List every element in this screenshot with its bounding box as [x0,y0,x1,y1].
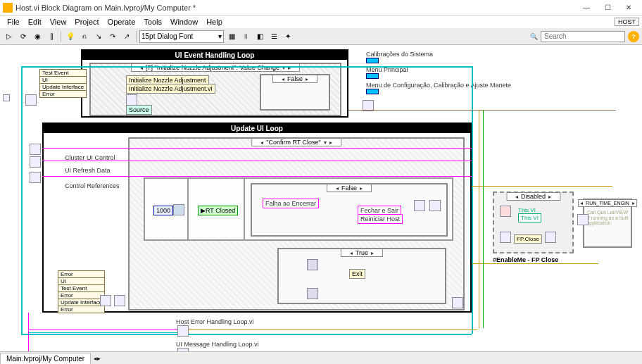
inner-true-case[interactable]: ◂ True ▸ Exit [277,248,446,304]
close-button[interactable]: ✕ [618,1,639,15]
runtime-case-selector[interactable]: ◂ RUN_TIME_ENGIN ▸ [578,199,637,207]
ctl-ref-2[interactable] [366,73,379,79]
close-ref-icon[interactable] [429,200,441,211]
subvi-icon-2[interactable] [25,94,37,106]
icon-i[interactable] [307,288,318,299]
bundle-ui-event[interactable]: Test Event UI Update Interface Error [39,69,87,98]
chevron-left-icon[interactable]: ◂ [282,76,284,82]
help-button[interactable]: ? [628,31,639,42]
event-case-selector[interactable]: ◂ [7] "Initialize Nozzle Adjustment": Va… [131,63,300,72]
resize-button[interactable]: ◧ [253,30,266,43]
fail-msg-const[interactable]: Falha ao Encerrar [263,199,319,208]
highlight-button[interactable]: 💡 [64,30,77,43]
cleanup-button[interactable]: ✦ [282,30,294,43]
reiniciar-btn-const[interactable]: Reiniciar Host [358,214,403,224]
fp-close-method[interactable]: FP.Close [514,234,542,244]
disabled-case-selector[interactable]: ◂ Disabled ▸ [506,192,560,201]
chevron-right-icon[interactable]: ▸ [306,76,308,82]
chevron-left-icon[interactable]: ◂ [515,194,518,200]
step-into-button[interactable]: ↘ [92,30,105,43]
chevron-left-icon[interactable]: ◂ [260,139,263,146]
host-error-loop-subvi[interactable] [177,325,189,337]
terminal-input[interactable] [3,94,10,101]
inner-false-case-selector[interactable]: ◂ False ▸ [327,184,372,192]
app-ref-icon[interactable] [577,214,588,225]
chevron-right-icon[interactable]: ▸ [632,200,635,206]
tab-scroll-right[interactable]: ▸ [97,355,101,362]
prop-node-icon[interactable] [500,232,511,243]
runtime-case[interactable]: ◂ RUN_TIME_ENGIN ▸ Call Quit LabVIEW if … [583,199,632,248]
chevron-down-icon[interactable]: ▾ [324,139,327,146]
ui-event-loop[interactable]: UI Event Handling Loop ◂ [7] "Initialize… [81,49,348,118]
wire-pink [42,148,472,149]
menu-file[interactable]: File [3,18,24,26]
run-button[interactable]: ▷ [3,30,15,43]
block-diagram-canvas[interactable]: UI Event Handling Loop ◂ [7] "Initialize… [0,45,642,355]
retain-button[interactable]: ⎌ [78,30,91,43]
link-calib[interactable]: Calibrações do Sistema [366,51,433,58]
update-ui-case-selector[interactable]: ◂ "Confirm RT Close" ▾ ▸ [251,138,341,146]
chevron-left-icon[interactable]: ◂ [336,185,339,192]
event-structure[interactable]: ◂ [7] "Initialize Nozzle Adjustment": Va… [89,63,341,116]
step-out-button[interactable]: ↗ [120,30,133,43]
search-input[interactable] [541,31,625,42]
dialog-icon[interactable] [414,200,425,211]
link-menu-config[interactable]: Menu de Configuração, Calibração e Ajust… [366,82,511,89]
distribute-button[interactable]: ⫴ [239,30,252,43]
merge-icon[interactable] [114,295,125,306]
menu-operate[interactable]: Operate [103,18,140,26]
icon-n[interactable] [307,259,318,270]
minimize-button[interactable]: — [576,1,597,15]
update-ui-loop[interactable]: Update UI Loop ◂ "Confirm RT Close" ▾ ▸ … [42,123,472,313]
menu-project[interactable]: Project [70,18,103,26]
tunnel-icon-3[interactable] [30,172,41,183]
update-ui-case[interactable]: ◂ "Confirm RT Close" ▾ ▸ 1000 ▶RT Closed [128,137,465,310]
tunnel-icon-1[interactable] [30,144,41,155]
close-ref-icon-2[interactable] [545,232,556,243]
chevron-right-icon[interactable]: ▸ [329,139,332,146]
node-init-nozzle-vi[interactable]: Initialize Nozzle Adjustment.vi [126,84,215,94]
vi-ref-icon[interactable] [500,206,511,217]
project-tab[interactable]: Main.lvproj/My Computer [0,353,91,364]
inner-case-false-selector[interactable]: ◂ False ▸ [272,75,317,83]
chevron-right-icon[interactable]: ▸ [371,250,374,256]
reorder-button[interactable]: ☰ [268,30,280,43]
wait-icon[interactable] [173,204,184,215]
ctl-ref-1[interactable] [366,58,379,63]
ctl-ref-3[interactable] [366,89,379,94]
chevron-left-icon[interactable]: ◂ [580,200,583,206]
this-vi-prop[interactable]: This VI [518,213,541,222]
chevron-down-icon[interactable]: ▾ [282,65,285,71]
run-cont-button[interactable]: ⟳ [17,30,30,43]
source-terminal[interactable]: Source [126,105,152,115]
flat-sequence[interactable]: 1000 ▶RT Closed ◂ False ▸ Falha ao Encer… [144,177,453,241]
chevron-left-icon[interactable]: ◂ [350,250,353,256]
align-button[interactable]: ▦ [225,30,238,43]
chevron-right-icon[interactable]: ▸ [548,194,551,200]
menu-window[interactable]: Window [166,18,202,26]
bundle-update-ui[interactable]: Error UI Test Event Error Update Interfa… [58,270,105,313]
rt-closed-indicator[interactable]: ▶RT Closed [198,206,238,215]
inner-case-false[interactable]: ◂ False ▸ [260,74,330,111]
pause-button[interactable]: ‖ [45,30,58,43]
inner-true-case-selector[interactable]: ◂ True ▸ [341,249,383,257]
chevron-left-icon[interactable]: ◂ [140,65,143,71]
compound-icon[interactable] [452,297,463,308]
maximize-button[interactable]: ☐ [597,1,618,15]
const-1000[interactable]: 1000 [153,206,173,215]
abort-button[interactable]: ◉ [31,30,44,43]
font-selector[interactable]: 15pt Dialog Font▾ [139,30,224,43]
chevron-right-icon[interactable]: ▸ [288,65,291,71]
chevron-right-icon[interactable]: ▸ [360,185,363,192]
subvi-icon[interactable] [126,94,137,106]
menu-tools[interactable]: Tools [139,18,166,26]
disabled-structure[interactable]: ◂ Disabled ▸ This VI This VI FP.Close [493,192,574,253]
inner-false-case[interactable]: ◂ False ▸ Falha ao Encerrar Fechar e Sai… [251,183,448,237]
menu-help[interactable]: Help [202,18,227,26]
step-over-button[interactable]: ↷ [106,30,119,43]
menu-view[interactable]: View [46,18,71,26]
menu-edit[interactable]: Edit [24,18,46,26]
unbundle-icon[interactable] [100,295,111,306]
tunnel-icon-2[interactable] [30,156,41,168]
exit-const[interactable]: Exit [349,269,365,279]
